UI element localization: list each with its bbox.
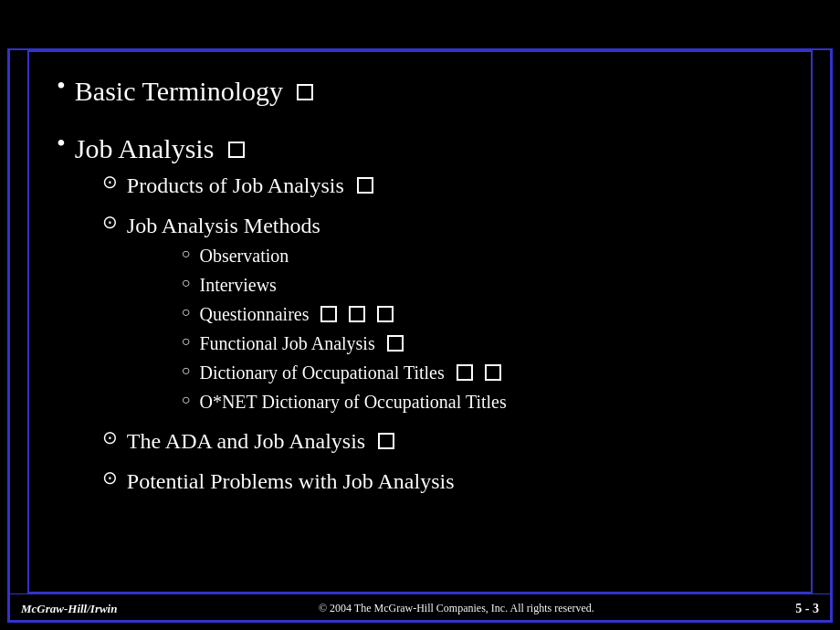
circle-bullet: ⊙ [102, 209, 118, 235]
problems-label: Potential Problems with Job Analysis [127, 465, 455, 498]
checkbox-icon [378, 433, 394, 449]
checkbox-icon [228, 142, 245, 158]
checkbox-icon [320, 306, 337, 322]
footer: McGraw-Hill/Irwin © 2004 The McGraw-Hill… [7, 593, 833, 623]
footer-publisher: McGraw-Hill/Irwin [21, 602, 117, 616]
list-item: ○ Dictionary of Occupational Titles [182, 359, 783, 386]
top-bar [7, 7, 833, 50]
onet-label: O*NET Dictionary of Occupational Titles [199, 388, 506, 415]
circle-bullet: ⊙ [102, 425, 118, 450]
bullet-dot: • [57, 128, 66, 159]
checkbox-icon [457, 364, 473, 381]
observation-label: Observation [199, 242, 289, 269]
list-item: ⊙ Products of Job Analysis [102, 169, 783, 202]
sub-section: ⊙ Products of Job Analysis ⊙ Job Analysi… [102, 169, 783, 498]
ada-label: The ADA and Job Analysis [127, 425, 394, 457]
circle-open-bullet: ○ [182, 359, 191, 383]
circle-open-bullet: ○ [182, 271, 191, 295]
circle-bullet: ⊙ [102, 465, 118, 490]
circle-open-bullet: ○ [182, 330, 191, 353]
methods-label: Job Analysis Methods [127, 214, 320, 237]
checkbox-icon [387, 335, 404, 352]
list-item: ○ O*NET Dictionary of Occupational Title… [182, 388, 783, 415]
circle-open-bullet: ○ [182, 300, 191, 324]
list-item: • Basic Terminology [57, 70, 783, 111]
checkbox-icon [349, 306, 365, 322]
checkbox-icon [297, 84, 313, 100]
circle-bullet: ⊙ [102, 169, 118, 194]
basic-terminology-label: Basic Terminology [75, 70, 314, 111]
functional-label: Functional Job Analysis [199, 330, 403, 357]
list-item: ○ Observation [182, 242, 783, 269]
sub-sub-section: ○ Observation ○ Interviews ○ [182, 242, 783, 415]
checkbox-icon [357, 177, 373, 194]
list-item: ○ Questionnaires [182, 300, 783, 328]
slide-content-area: • Basic Terminology • Job Analysis ⊙ [27, 50, 813, 593]
list-item: ○ Functional Job Analysis [182, 330, 783, 357]
interviews-label: Interviews [199, 271, 276, 299]
checkbox-icon [485, 364, 501, 381]
dot-label: Dictionary of Occupational Titles [199, 359, 500, 386]
bullet-dot: • [57, 70, 66, 101]
footer-slide-number: 5 - 3 [795, 602, 819, 616]
list-item: ⊙ Job Analysis Methods ○ Observation [102, 209, 783, 417]
circle-open-bullet: ○ [182, 242, 191, 266]
list-item: ○ Interviews [182, 271, 783, 299]
list-item: • Job Analysis ⊙ Products of Job Analysi… [57, 128, 783, 509]
circle-open-bullet: ○ [182, 388, 191, 412]
list-item: ⊙ Potential Problems with Job Analysis [102, 465, 783, 498]
slide-content: • Basic Terminology • Job Analysis ⊙ [57, 70, 783, 509]
footer-copyright: © 2004 The McGraw-Hill Companies, Inc. A… [319, 602, 594, 615]
job-analysis-label: Job Analysis [75, 133, 245, 163]
products-label: Products of Job Analysis [127, 169, 373, 202]
checkbox-icon [377, 306, 394, 322]
list-item: ⊙ The ADA and Job Analysis [102, 425, 783, 457]
questionnaires-label: Questionnaires [199, 300, 394, 328]
